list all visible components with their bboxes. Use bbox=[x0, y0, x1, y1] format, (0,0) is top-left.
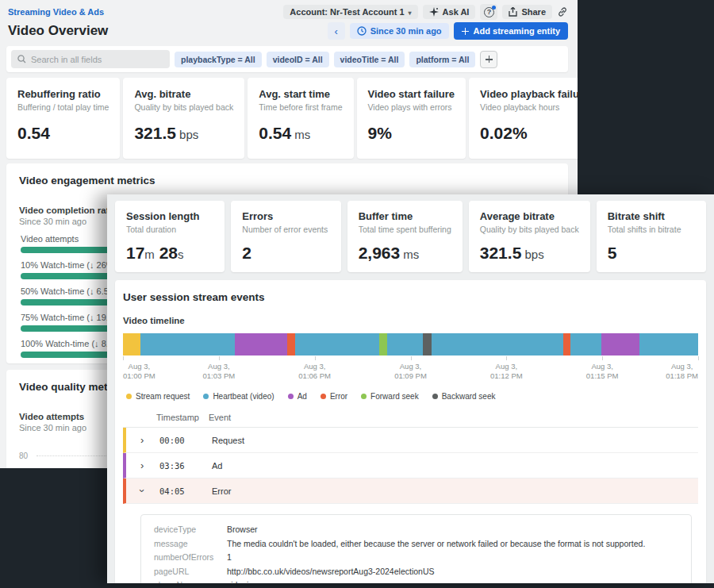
kpi-value: 2,963 ms bbox=[359, 244, 451, 263]
detail-row: pageURLhttp://bbc.co.uk/videos/newsrepor… bbox=[154, 567, 678, 577]
kpi-main-card: Video playback failureVideo playback hou… bbox=[469, 78, 578, 159]
add-streaming-entity-button[interactable]: Add streaming entity bbox=[454, 22, 568, 40]
legend-dot bbox=[288, 394, 294, 399]
account-selector[interactable]: Account: Nr-Test Account 1 bbox=[283, 5, 417, 19]
kpi-session-card: ErrorsNumber of error events2 bbox=[231, 201, 340, 272]
kpi-main-card: Avg. start timeTime before first frame0.… bbox=[248, 78, 353, 159]
legend-label: Stream request bbox=[136, 392, 190, 401]
search-box[interactable] bbox=[11, 50, 170, 68]
filter-pill[interactable]: videoTitle = All bbox=[334, 52, 405, 67]
event-row[interactable]: 03:36Ad bbox=[123, 453, 698, 478]
legend-item-error[interactable]: Error bbox=[321, 392, 347, 401]
kpi-main-card: Avg. bitrateQuality by bits played back3… bbox=[123, 78, 244, 159]
filter-pill-group: playbackType = AllvideoID = AllvideoTitl… bbox=[175, 52, 475, 67]
search-input[interactable] bbox=[31, 55, 163, 64]
plus-icon bbox=[486, 56, 493, 63]
kpi-subtitle: Video playback hours bbox=[480, 102, 578, 112]
kpi-session-card: Session lengthTotal duration17m 28s bbox=[115, 201, 225, 272]
timeline-segment-heartbeat[interactable] bbox=[295, 333, 378, 355]
timeline-segment-heartbeat[interactable] bbox=[570, 333, 601, 355]
plus-icon bbox=[462, 28, 469, 35]
timeline-segment-heartbeat[interactable] bbox=[140, 333, 235, 355]
kpi-number: 0.54 bbox=[259, 124, 291, 142]
kpi-value: 5 bbox=[608, 244, 695, 263]
add-entity-label: Add streaming entity bbox=[474, 26, 560, 36]
kpi-value: 321.5 bps bbox=[480, 244, 579, 263]
ask-ai-label: Ask AI bbox=[443, 7, 470, 17]
kpi-number: 0.02% bbox=[480, 124, 528, 142]
timeline-segment-stream-request[interactable] bbox=[123, 333, 140, 355]
help-button[interactable] bbox=[480, 4, 497, 20]
kpi-row-main: Rebuffering ratioBuffering / total play … bbox=[6, 78, 568, 159]
page-title: Video Overview bbox=[8, 23, 108, 39]
error-details-panel: deviceTypeBrowsermessageThe media couldn… bbox=[140, 514, 692, 583]
kpi-subtitle: Time before first frame bbox=[259, 102, 342, 112]
kpi-number: 9% bbox=[368, 124, 392, 142]
share-button[interactable]: Share bbox=[502, 5, 552, 19]
legend-label: Error bbox=[330, 392, 347, 401]
back-button[interactable] bbox=[328, 22, 345, 40]
clock-icon bbox=[357, 26, 367, 36]
legend-item-stream-request[interactable]: Stream request bbox=[126, 392, 190, 401]
legend-dot bbox=[203, 394, 209, 399]
events-table-header: Timestamp Event bbox=[123, 407, 698, 428]
legend-label: Forward seek bbox=[370, 392, 419, 401]
breadcrumb[interactable]: Streaming Video & Ads bbox=[8, 7, 104, 17]
kpi-session-card: Average bitrateQuality by bits played ba… bbox=[469, 201, 590, 272]
kpi-number: 28 bbox=[155, 244, 178, 262]
add-filter-button[interactable] bbox=[480, 51, 497, 68]
event-row[interactable]: 04:05Error bbox=[123, 478, 698, 504]
kpi-main-card: Video start failureVideo plays with erro… bbox=[357, 78, 466, 159]
expand-chevron-icon[interactable] bbox=[140, 435, 152, 445]
events-section-title: User session stream events bbox=[123, 291, 698, 303]
kpi-title: Session length bbox=[126, 210, 213, 222]
timeline-segment-error[interactable] bbox=[563, 333, 570, 355]
event-name: Error bbox=[212, 486, 231, 496]
expand-chevron-icon[interactable] bbox=[140, 460, 152, 471]
detail-value: http://bbc.co.uk/videos/newsreportAug3-2… bbox=[227, 567, 435, 577]
event-name: Request bbox=[212, 436, 244, 445]
timeline-segment-heartbeat[interactable] bbox=[387, 333, 423, 355]
legend-dot bbox=[126, 394, 132, 399]
ask-ai-button[interactable]: Ask AI bbox=[423, 5, 476, 19]
timeline-segment-ad[interactable] bbox=[235, 333, 286, 355]
timeline-segment-heartbeat[interactable] bbox=[639, 333, 698, 355]
filter-pill[interactable]: platform = All bbox=[409, 52, 475, 67]
kpi-number: 5 bbox=[608, 244, 617, 262]
timeline-segment-heartbeat[interactable] bbox=[432, 333, 562, 355]
kpi-title: Video start failure bbox=[368, 88, 455, 100]
detail-row: deviceTypeBrowser bbox=[154, 525, 678, 535]
legend-item-backward-seek[interactable]: Backward seek bbox=[432, 392, 496, 401]
axis-tick bbox=[315, 356, 316, 360]
filter-pill[interactable]: playbackType = All bbox=[175, 52, 262, 67]
event-timestamp: 03:36 bbox=[159, 461, 212, 471]
kpi-main-card: Rebuffering ratioBuffering / total play … bbox=[6, 78, 120, 159]
legend-item-forward-seek[interactable]: Forward seek bbox=[361, 392, 419, 401]
detail-key: message bbox=[154, 539, 227, 549]
share-label: Share bbox=[521, 7, 546, 17]
timeline-segment-forward-seek[interactable] bbox=[379, 333, 387, 355]
event-row[interactable]: 00:00Request bbox=[123, 428, 698, 453]
axis-label: Aug 3,01:15 PM bbox=[586, 362, 619, 381]
session-detail-drawer: Session lengthTotal duration17m 28sError… bbox=[107, 194, 714, 583]
timeline-segment-backward-seek[interactable] bbox=[423, 333, 432, 355]
detail-key: playerName bbox=[154, 580, 227, 583]
detail-row: messageThe media couldn't be loaded, eit… bbox=[154, 539, 678, 549]
detail-key: numberOfErrors bbox=[154, 552, 227, 563]
event-name: Ad bbox=[212, 461, 222, 471]
time-range-picker[interactable]: Since 30 min ago bbox=[350, 23, 449, 39]
link-icon[interactable] bbox=[557, 6, 568, 17]
search-icon bbox=[17, 55, 26, 63]
kpi-value: 321.5 bps bbox=[134, 124, 233, 143]
timeline-axis: Aug 3,01:00 PMAug 3,01:03 PMAug 3,01:06 … bbox=[123, 355, 698, 382]
filter-pill[interactable]: videoID = All bbox=[267, 52, 329, 67]
kpi-unit: ms bbox=[291, 128, 310, 141]
legend-item-ad[interactable]: Ad bbox=[288, 392, 307, 401]
kpi-subtitle: Total shifts in bitrate bbox=[608, 225, 695, 234]
legend-item-heartbeat[interactable]: Heartbeat (video) bbox=[203, 392, 274, 401]
legend-label: Heartbeat (video) bbox=[213, 392, 274, 401]
kpi-subtitle: Quality by bits played back bbox=[134, 102, 233, 112]
timeline-segment-ad[interactable] bbox=[601, 333, 639, 355]
expand-chevron-icon[interactable] bbox=[140, 486, 152, 496]
timeline-segment-error[interactable] bbox=[287, 333, 296, 355]
